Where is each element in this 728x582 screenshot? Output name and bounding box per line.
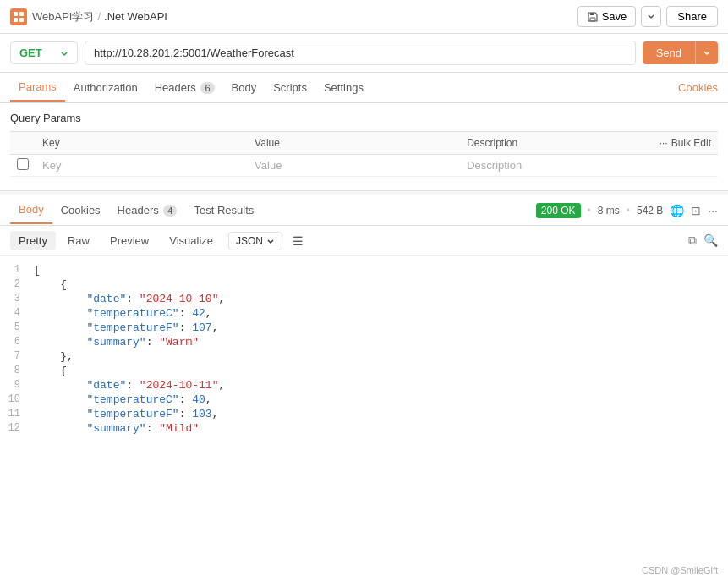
breadcrumb-sep: / [97,10,101,23]
line-content-6: "summary": "Warm" [34,336,728,349]
more-cols-icon: ··· [660,137,668,149]
save-dropdown-button[interactable] [641,6,661,27]
line-num-3: 3 [0,293,34,305]
row-key[interactable]: Key [36,155,248,177]
save-icon [587,11,599,23]
tab-params[interactable]: Params [10,74,65,102]
line-num-9: 9 [0,379,34,391]
more-icon[interactable]: ··· [708,204,718,217]
status-badge: 200 OK [536,203,581,218]
response-time: 8 ms [598,205,620,217]
response-size: 542 B [637,205,663,217]
tab-scripts[interactable]: Scripts [265,74,315,101]
share-button[interactable]: Share [666,6,718,27]
tab-headers[interactable]: Headers 6 [146,74,223,101]
row-value[interactable]: Value [248,155,460,177]
save-button[interactable]: Save [577,6,637,27]
code-line-9: 9 "date": "2024-10-11", [0,378,728,393]
code-line-2: 2 { [0,277,728,292]
code-line-3: 3 "date": "2024-10-10", [0,292,728,306]
top-bar-left: WebAPI学习 / .Net WebAPI [10,8,167,25]
breadcrumb: WebAPI学习 / .Net WebAPI [32,9,167,25]
code-line-10: 10 "temperatureC": 40, [0,393,728,407]
line-num-10: 10 [0,393,34,405]
tab-body[interactable]: Body [223,74,265,101]
method-select[interactable]: GET [10,41,78,64]
tab-settings[interactable]: Settings [315,74,372,101]
copy-icon[interactable]: ⧉ [688,233,697,248]
line-num-11: 11 [0,408,34,420]
svg-rect-1 [19,12,24,16]
save-label: Save [602,10,627,23]
value-placeholder: Value [255,159,282,172]
wrap-icon[interactable]: ⊡ [691,204,701,217]
row-actions [650,155,718,177]
code-line-12: 12 "summary": "Mild" [0,421,728,436]
code-line-11: 11 "temperatureF": 103, [0,407,728,421]
filter-icon[interactable]: ☰ [293,234,304,248]
fmt-tab-preview[interactable]: Preview [101,231,157,250]
fmt-tab-pretty[interactable]: Pretty [10,231,56,250]
code-line-6: 6 "summary": "Warm" [0,335,728,349]
format-select[interactable]: JSON [228,232,282,250]
code-line-4: 4 "temperatureC": 42, [0,306,728,321]
svg-rect-5 [590,13,594,15]
line-content-1: [ [34,264,728,277]
line-num-8: 8 [0,365,34,376]
search-icon[interactable]: 🔍 [703,233,718,248]
response-headers-badge: 4 [163,205,177,217]
status-dot2: • [627,205,630,217]
watermark: CSDN @SmileGift [642,565,718,575]
col-header-check [10,132,36,155]
breadcrumb-current: .Net WebAPI [104,10,167,23]
breadcrumb-root[interactable]: WebAPI学习 [32,9,94,25]
line-num-2: 2 [0,278,34,290]
line-num-4: 4 [0,307,34,319]
send-label: Send [643,41,696,64]
format-label: JSON [236,235,263,247]
row-checkbox[interactable] [17,158,29,170]
line-content-11: "temperatureF": 103, [34,408,728,420]
line-num-5: 5 [0,321,34,333]
url-input[interactable] [85,41,636,65]
cookies-link[interactable]: Cookies [678,81,718,94]
line-num-7: 7 [0,350,34,362]
response-tab-test-results[interactable]: Test Results [185,197,262,223]
globe-icon[interactable]: 🌐 [670,204,684,217]
fmt-tab-visualize[interactable]: Visualize [161,231,222,250]
fmt-tab-raw[interactable]: Raw [59,231,98,250]
code-area: 1 [ 2 { 3 "date": "2024-10-10", 4 "tempe… [0,256,728,442]
response-tab-cookies[interactable]: Cookies [52,197,109,223]
col-header-description: Description [460,132,650,155]
line-num-12: 12 [0,422,34,434]
query-params-section: Query Params Key Value Description ··· B… [0,103,728,177]
format-bar: Pretty Raw Preview Visualize JSON ☰ ⧉ 🔍 [0,226,728,256]
response-tab-body[interactable]: Body [10,196,52,224]
svg-rect-3 [19,18,24,22]
row-description[interactable]: Description [460,155,650,177]
svg-rect-0 [14,12,18,16]
col-header-value: Value [248,132,460,155]
query-params-title: Query Params [10,112,718,124]
headers-badge: 6 [200,82,214,94]
method-chevron-icon [60,49,68,58]
row-check [10,155,36,177]
key-placeholder: Key [42,159,61,172]
app-icon [10,8,27,25]
send-dropdown-icon[interactable] [696,41,718,64]
line-num-1: 1 [0,264,34,276]
line-content-7: }, [34,350,728,363]
send-chevron-icon [703,48,711,57]
line-content-3: "date": "2024-10-10", [34,293,728,305]
code-line-1: 1 [ [0,263,728,277]
line-content-4: "temperatureC": 42, [34,307,728,320]
response-section: Body Cookies Headers 4 Test Results 200 … [0,195,728,442]
response-tab-headers[interactable]: Headers 4 [109,197,186,223]
send-button[interactable]: Send [643,41,718,64]
bulk-edit-button[interactable]: Bulk Edit [671,137,711,149]
format-bar-right: ⧉ 🔍 [688,233,718,248]
tab-authorization[interactable]: Authorization [65,74,146,101]
code-line-8: 8 { [0,364,728,378]
request-bar: GET Send [0,34,728,73]
line-content-12: "summary": "Mild" [34,422,728,435]
